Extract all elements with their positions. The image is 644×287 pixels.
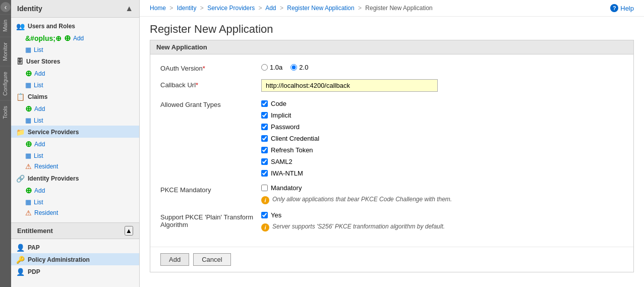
grant-type-saml2[interactable]: SAML2	[261, 158, 623, 165]
grant-saml2-label: SAML2	[271, 158, 292, 165]
allowed-grant-types-label: Allowed Grant Types	[160, 99, 261, 108]
identity-providers-group: 🔗 Identity Providers	[11, 172, 139, 184]
service-providers-resident[interactable]: ⚠ Resident	[11, 161, 139, 172]
grant-implicit-label: Implicit	[271, 111, 291, 119]
user-stores-add-label: Add	[34, 70, 45, 77]
oauth-version-control: 1.0a 2.0	[261, 63, 623, 71]
users-roles-group: 👥 Users and Roles	[11, 20, 139, 32]
pdp-item[interactable]: 👤 PDP	[11, 265, 139, 277]
identity-section-header: Identity ▲	[11, 0, 139, 18]
oauth-v2-label: 2.0	[299, 64, 308, 71]
support-pkce-yes-label: Yes	[271, 211, 281, 219]
entitlement-nav-section: 👤 PAP 🔑 Policy Administration 👤 PDP	[11, 239, 139, 279]
oauth-v2-radio[interactable]	[290, 64, 297, 71]
identity-providers-resident[interactable]: ⚠ Resident	[11, 207, 139, 218]
grant-types-control: Code Implicit Password Client Credential	[261, 99, 623, 177]
oauth-v2-option[interactable]: 2.0	[290, 64, 308, 71]
breadcrumb-add[interactable]: Add	[265, 5, 276, 12]
breadcrumb-sep5: >	[358, 5, 362, 12]
breadcrumb-path: Home > Identity > Service Providers > Ad…	[150, 5, 433, 12]
tab-monitor[interactable]: Monitor	[0, 37, 11, 66]
tab-configure[interactable]: Configure	[0, 66, 11, 101]
required-marker: *	[203, 65, 205, 72]
pap-item[interactable]: 👤 PAP	[11, 241, 139, 253]
cancel-button[interactable]: Cancel	[193, 253, 230, 266]
grant-client-credential-label: Client Credential	[271, 135, 319, 142]
oauth-version-label: OAuth Version*	[160, 63, 261, 72]
support-pkce-checkbox[interactable]	[261, 212, 268, 218]
grant-type-refresh-token[interactable]: Refresh Token	[261, 146, 623, 154]
identity-providers-list[interactable]: ▦ List	[11, 197, 139, 207]
breadcrumb-identity[interactable]: Identity	[177, 5, 197, 12]
policy-admin-item[interactable]: 🔑 Policy Administration	[11, 253, 139, 265]
breadcrumb-register-new[interactable]: Register New Application	[287, 5, 354, 12]
grant-type-implicit[interactable]: Implicit	[261, 111, 623, 119]
claims-add[interactable]: ⊕ Add	[11, 102, 139, 115]
breadcrumb-current: Register New Application	[365, 5, 432, 12]
service-providers-list[interactable]: ▦ List	[11, 150, 139, 161]
main-content: Home > Identity > Service Providers > Ad…	[140, 0, 644, 287]
support-pkce-label: Support PKCE 'Plain' Transform Algorithm	[160, 211, 261, 228]
add-circle-icon: ⊕	[64, 33, 71, 43]
breadcrumb-service-providers[interactable]: Service Providers	[207, 5, 255, 12]
form-section-header: New Application	[150, 40, 633, 54]
grant-type-code[interactable]: Code	[261, 100, 623, 107]
required-marker2: *	[196, 81, 198, 89]
pkce-mandatory-checkbox[interactable]	[261, 185, 268, 191]
claims-group: 📋 Claims	[11, 90, 139, 102]
grant-code-checkbox[interactable]	[261, 100, 268, 107]
list-icon5: ▦	[25, 198, 31, 206]
pkce-mandatory-checkbox-item[interactable]: Mandatory	[261, 184, 623, 192]
help-link[interactable]: ? Help	[610, 4, 634, 12]
tab-tools[interactable]: Tools	[0, 100, 11, 124]
grant-type-client-credential[interactable]: Client Credential	[261, 135, 623, 142]
oauth-v1-label: 1.0a	[270, 64, 282, 71]
list-icon4: ▦	[25, 152, 31, 159]
user-stores-list[interactable]: ▦ List	[11, 80, 139, 90]
back-button[interactable]: ‹	[1, 2, 11, 12]
users-roles-icon: 👥	[16, 22, 25, 30]
allowed-grant-types-row: Allowed Grant Types Code Implicit Passwo…	[160, 99, 623, 177]
pkce-mandatory-checkbox-label: Mandatory	[271, 184, 302, 192]
grant-password-checkbox[interactable]	[261, 124, 268, 130]
claims-label: Claims	[28, 93, 47, 100]
users-roles-list[interactable]: ▦ List	[11, 44, 139, 55]
users-roles-label: Users and Roles	[28, 23, 75, 30]
add-button[interactable]: Add	[160, 253, 189, 266]
breadcrumb-home[interactable]: Home	[150, 5, 166, 12]
grant-refresh-token-checkbox[interactable]	[261, 147, 268, 153]
support-pkce-info-icon: i	[261, 223, 269, 232]
identity-collapse-button[interactable]: ▲	[125, 4, 133, 13]
entitlement-collapse-button[interactable]: ▲	[125, 226, 133, 236]
pkce-info-icon: i	[261, 196, 269, 204]
grant-client-credential-checkbox[interactable]	[261, 135, 268, 142]
users-roles-add-label: Add	[73, 35, 84, 42]
support-pkce-checkbox-item[interactable]: Yes	[261, 211, 623, 219]
identity-providers-resident-label: Resident	[34, 209, 58, 216]
user-stores-add[interactable]: ⊕ Add	[11, 67, 139, 80]
users-roles-add[interactable]: &#oplus;⊕ ⊕ Add	[11, 32, 139, 44]
claims-list[interactable]: ▦ List	[11, 115, 139, 126]
tab-main[interactable]: Main	[0, 14, 11, 37]
service-providers-add[interactable]: ⊕ Add	[11, 138, 139, 150]
list-icon: ▦	[25, 46, 31, 53]
grant-iwa-ntlm-checkbox[interactable]	[261, 170, 268, 177]
pdp-label: PDP	[28, 268, 40, 275]
identity-providers-add[interactable]: ⊕ Add	[11, 184, 139, 197]
breadcrumb-sep3: >	[259, 5, 262, 12]
grant-password-label: Password	[271, 123, 300, 131]
service-providers-group: 📁 Service Providers	[11, 126, 139, 138]
grant-implicit-checkbox[interactable]	[261, 112, 268, 119]
oauth-v1-radio[interactable]	[261, 64, 268, 71]
users-roles-list-label: List	[34, 46, 43, 53]
pkce-mandatory-info-text: Only allow applications that bear PKCE C…	[272, 196, 452, 203]
policy-admin-icon: 🔑	[16, 256, 25, 264]
grant-type-iwa-ntlm[interactable]: IWA-NTLM	[261, 169, 623, 177]
claims-icon: 📋	[16, 93, 25, 101]
service-providers-resident-label: Resident	[34, 163, 58, 170]
callback-url-input[interactable]	[261, 79, 438, 92]
entitlement-label: Entitlement	[17, 227, 53, 235]
grant-saml2-checkbox[interactable]	[261, 158, 268, 165]
grant-type-password[interactable]: Password	[261, 123, 623, 131]
oauth-v1-option[interactable]: 1.0a	[261, 64, 282, 71]
